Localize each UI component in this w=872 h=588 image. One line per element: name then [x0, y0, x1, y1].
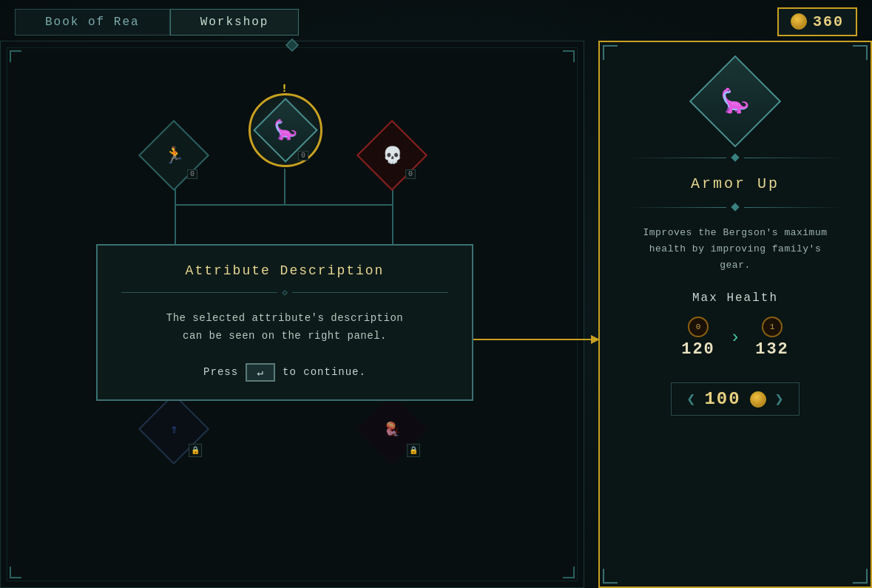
selected-node-level: 0: [298, 151, 308, 160]
right-panel: 🦕 Armor Up Improves the Bergson's maximu…: [598, 41, 872, 588]
ability-divider-bottom: [626, 204, 843, 210]
bottom-right-node2[interactable]: 🪼 🔒: [367, 404, 417, 454]
selected-node-icon: 🦕: [274, 118, 297, 142]
popup-continue-label: to continue.: [283, 366, 366, 378]
currency-display: 360: [777, 7, 857, 36]
tab-book[interactable]: Book of Rea: [15, 9, 170, 36]
tab-workshop[interactable]: Workshop: [170, 9, 300, 36]
bottom-right2-icon: 🪼: [384, 421, 400, 437]
left-node[interactable]: 🏃 0: [149, 130, 199, 180]
panel-corner-tr: [853, 45, 868, 60]
key-enter: ↵: [246, 363, 275, 382]
next-level-badge: 1: [762, 317, 783, 337]
right-node[interactable]: 💀 0: [367, 130, 417, 180]
gold-icon: [791, 13, 807, 30]
arrow-head: [591, 335, 600, 344]
stat-next: 1 132: [755, 317, 789, 359]
upgrade-cost-row[interactable]: ❮ 100 ❯: [671, 382, 799, 416]
left-node-icon: 🏃: [164, 146, 184, 166]
right-node-icon: 💀: [382, 146, 402, 166]
current-level-badge: 0: [688, 317, 709, 337]
corner-bl: [10, 567, 21, 578]
popup-press-label: Press: [203, 366, 238, 378]
header: Book of Rea Workshop 360: [0, 0, 872, 37]
divider-diamond: [731, 153, 739, 161]
right-node-level: 0: [405, 169, 416, 179]
stat-current: 0 120: [681, 317, 715, 359]
lock-icon-br2: 🔒: [407, 444, 420, 457]
divider-diamond2: [731, 203, 739, 211]
popup-connector-arrow: [472, 339, 594, 340]
center-node[interactable]: ! 🦕 0: [249, 93, 322, 167]
connector-v-center: [284, 169, 285, 206]
popup-title: Attribute Description: [121, 263, 448, 278]
currency-amount: 360: [813, 13, 844, 30]
corner-br: [563, 567, 575, 578]
upgrade-cost-value: 100: [704, 389, 740, 409]
connector-h: [175, 204, 393, 206]
bottom-left-node2[interactable]: ⇑ 🔒: [149, 404, 199, 454]
ability-icon-container: 🦕: [689, 55, 781, 147]
right-node-diamond: 💀: [356, 120, 427, 191]
panel-corner-br: [853, 569, 868, 584]
popup-body: The selected attribute's descriptioncan …: [121, 310, 448, 345]
popup-footer: Press ↵ to continue.: [121, 363, 448, 382]
next-stat-value: 132: [755, 340, 789, 359]
cost-gold-icon: [750, 391, 766, 408]
left-node-diamond: 🏃: [138, 120, 209, 191]
lock-icon-bl2: 🔒: [189, 444, 202, 457]
svg-marker-0: [286, 39, 298, 51]
popup-divider: ◇: [121, 287, 448, 298]
stat-comparison: 0 120 › 1 132: [681, 317, 789, 359]
ability-description: Improves the Bergson's maximumhealth by …: [643, 225, 827, 274]
stat-label: Max Health: [692, 291, 778, 305]
corner-tr: [563, 50, 575, 62]
top-connector: [285, 38, 300, 56]
bottom-left2-icon: ⇑: [170, 421, 178, 437]
current-stat-value: 120: [681, 340, 715, 359]
attribute-description-popup: Attribute Description ◇ The selected att…: [96, 244, 473, 401]
tabs: Book of Rea Workshop: [15, 9, 299, 36]
corner-tl: [10, 50, 21, 62]
selected-node-ring: 🦕 0: [249, 93, 322, 167]
node-alert-icon: !: [281, 83, 288, 95]
stat-arrow-icon: ›: [730, 328, 740, 348]
ability-divider-top: [626, 155, 843, 160]
ability-icon: 🦕: [720, 87, 750, 116]
panel-corner-bl: [603, 569, 618, 584]
cost-arrow-right: ❯: [775, 390, 784, 408]
ability-name: Armor Up: [691, 175, 780, 192]
panel-corner-tl: [603, 45, 618, 60]
cost-arrow-left: ❮: [686, 390, 695, 408]
left-node-level: 0: [187, 169, 197, 179]
